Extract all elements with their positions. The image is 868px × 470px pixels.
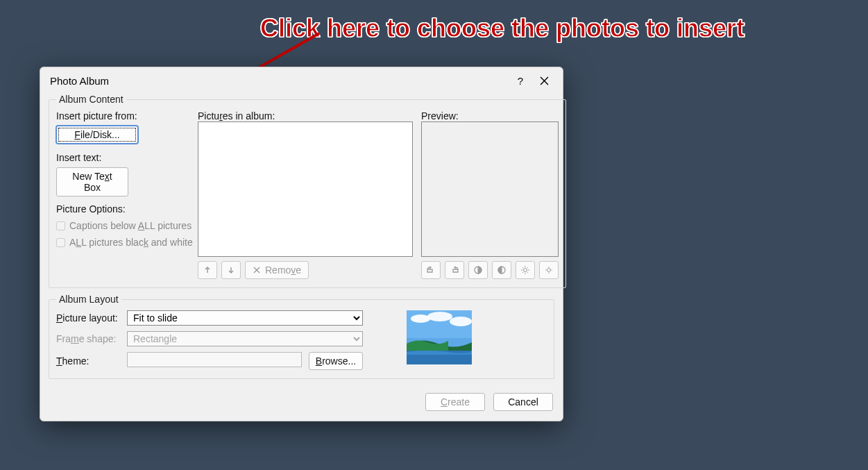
album-layout-legend: Album Layout [56, 294, 121, 305]
new-text-box-button[interactable]: New Text Box [56, 167, 128, 196]
captions-below-label: Captions below ALL pictures [69, 220, 192, 231]
arrow-down-icon [226, 265, 236, 275]
captions-below-checkbox-row: Captions below ALL pictures [56, 220, 195, 231]
brightness-up-icon [520, 265, 530, 275]
picture-layout-label: Picture layout: [56, 312, 120, 324]
insert-text-label: Insert text: [56, 152, 195, 163]
svg-line-14 [527, 267, 528, 268]
preview-box [421, 121, 559, 257]
album-content-legend: Album Content [56, 94, 126, 105]
album-layout-group: Album Layout Picture layout: Fit to slid… [49, 294, 554, 379]
all-bw-checkbox-row: ALL pictures black and white [56, 237, 195, 248]
svg-point-24 [427, 312, 452, 321]
pictures-in-album-listbox[interactable] [198, 121, 413, 257]
svg-line-12 [522, 267, 523, 268]
svg-line-15 [522, 272, 523, 273]
rotate-left-icon [425, 265, 436, 275]
close-button[interactable] [532, 70, 556, 91]
create-button[interactable]: Create [425, 393, 485, 411]
rotate-right-icon [449, 265, 460, 275]
remove-button[interactable]: Remove [245, 261, 309, 279]
callout-annotation: Click here to choose the photos to inser… [260, 14, 829, 43]
frame-shape-select: Rectangle [127, 331, 363, 346]
dialog-title: Photo Album [50, 75, 509, 87]
all-bw-checkbox [56, 238, 65, 247]
rotate-left-button[interactable] [421, 261, 441, 279]
contrast-up-button[interactable] [468, 261, 488, 279]
svg-line-13 [527, 272, 528, 273]
rotate-right-button[interactable] [445, 261, 464, 279]
all-bw-label: ALL pictures black and white [69, 237, 193, 248]
picture-options-label: Picture Options: [56, 203, 195, 215]
theme-input[interactable] [127, 352, 302, 367]
layout-preview-thumbnail [407, 310, 472, 364]
svg-point-16 [547, 269, 551, 272]
close-icon [540, 76, 549, 85]
brightness-up-button[interactable] [516, 261, 535, 279]
remove-label: Remove [265, 265, 301, 276]
file-disk-button[interactable]: File/Disk... [56, 126, 138, 144]
move-down-button[interactable] [221, 261, 241, 279]
svg-point-25 [450, 317, 472, 326]
brightness-down-button[interactable] [539, 261, 559, 279]
move-up-button[interactable] [198, 261, 217, 279]
brightness-down-icon [544, 265, 554, 275]
album-content-group: Album Content Insert picture from: File/… [49, 94, 566, 288]
svg-point-23 [411, 314, 430, 323]
svg-point-7 [524, 269, 527, 272]
contrast-down-button[interactable] [492, 261, 511, 279]
preview-label: Preview: [421, 110, 559, 121]
browse-button[interactable]: Browse... [309, 352, 363, 370]
picture-layout-select[interactable]: Fit to slide [127, 310, 363, 326]
captions-below-checkbox [56, 221, 65, 230]
insert-picture-from-label: Insert picture from: [56, 110, 195, 121]
remove-x-icon [253, 266, 261, 274]
pictures-in-album-label: Pictures in album: [198, 110, 413, 121]
contrast-up-icon [473, 265, 483, 275]
cancel-button[interactable]: Cancel [493, 393, 553, 411]
dialog-footer: Create Cancel [49, 385, 554, 412]
theme-label: Theme: [56, 355, 120, 367]
dialog-titlebar: Photo Album ? [40, 67, 563, 94]
arrow-up-icon [203, 265, 212, 275]
photo-album-dialog: Photo Album ? Album Content Insert pictu… [40, 67, 563, 421]
frame-shape-label: Frame shape: [56, 333, 120, 344]
help-button[interactable]: ? [509, 70, 532, 91]
contrast-down-icon [497, 265, 507, 275]
